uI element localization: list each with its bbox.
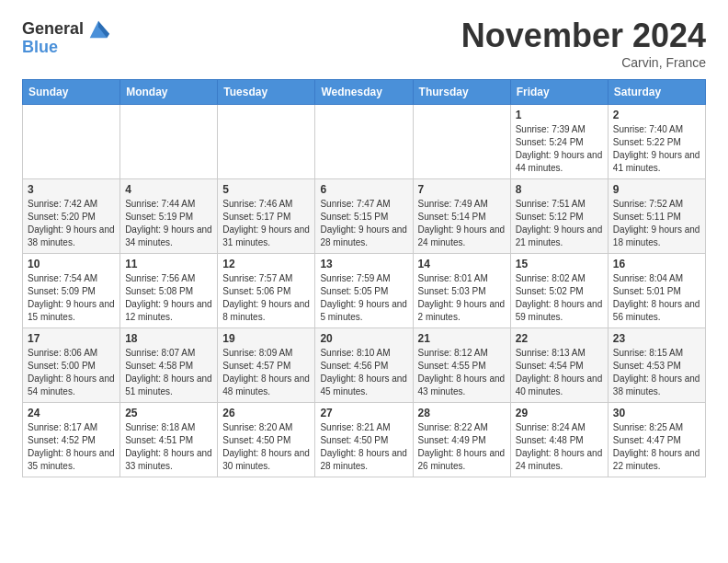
day-header-friday: Friday — [510, 80, 608, 105]
day-number: 26 — [222, 407, 310, 419]
day-header-monday: Monday — [120, 80, 218, 105]
calendar-cell: 17Sunrise: 8:06 AM Sunset: 5:00 PM Dayli… — [23, 328, 120, 403]
title-section: November 2024 Carvin, France — [461, 17, 706, 70]
day-info: Sunrise: 8:02 AM Sunset: 5:02 PM Dayligh… — [516, 272, 603, 324]
day-number: 28 — [418, 407, 506, 419]
day-number: 2 — [613, 109, 700, 121]
location: Carvin, France — [461, 55, 706, 70]
day-info: Sunrise: 7:56 AM Sunset: 5:08 PM Dayligh… — [125, 272, 212, 324]
day-number: 10 — [28, 258, 115, 270]
calendar-cell: 18Sunrise: 8:07 AM Sunset: 4:58 PM Dayli… — [120, 328, 218, 403]
week-row-0: 1Sunrise: 7:39 AM Sunset: 5:24 PM Daylig… — [23, 105, 706, 179]
calendar-cell: 30Sunrise: 8:25 AM Sunset: 4:47 PM Dayli… — [608, 403, 705, 477]
logo-text: General — [22, 20, 84, 39]
calendar-cell — [218, 105, 315, 179]
calendar-cell: 9Sunrise: 7:52 AM Sunset: 5:11 PM Daylig… — [608, 179, 705, 254]
day-number: 5 — [222, 183, 310, 196]
calendar-cell: 8Sunrise: 7:51 AM Sunset: 5:12 PM Daylig… — [510, 179, 608, 254]
day-number: 1 — [516, 109, 603, 121]
logo-icon — [85, 17, 111, 42]
day-header-saturday: Saturday — [608, 80, 705, 105]
day-info: Sunrise: 7:39 AM Sunset: 5:24 PM Dayligh… — [516, 123, 603, 175]
day-number: 19 — [222, 332, 310, 345]
day-info: Sunrise: 8:07 AM Sunset: 4:58 PM Dayligh… — [125, 347, 212, 398]
calendar-cell — [413, 105, 510, 179]
calendar-cell: 29Sunrise: 8:24 AM Sunset: 4:48 PM Dayli… — [510, 403, 608, 477]
calendar-header-row: SundayMondayTuesdayWednesdayThursdayFrid… — [23, 80, 706, 105]
day-info: Sunrise: 8:20 AM Sunset: 4:50 PM Dayligh… — [222, 421, 310, 473]
calendar-cell — [23, 105, 120, 179]
day-number: 7 — [418, 183, 506, 196]
day-number: 18 — [125, 332, 212, 345]
day-number: 23 — [613, 332, 700, 345]
day-info: Sunrise: 7:57 AM Sunset: 5:06 PM Dayligh… — [222, 272, 310, 324]
week-row-3: 17Sunrise: 8:06 AM Sunset: 5:00 PM Dayli… — [23, 328, 706, 403]
week-row-1: 3Sunrise: 7:42 AM Sunset: 5:20 PM Daylig… — [23, 179, 706, 254]
day-info: Sunrise: 8:25 AM Sunset: 4:47 PM Dayligh… — [613, 421, 700, 473]
week-row-4: 24Sunrise: 8:17 AM Sunset: 4:52 PM Dayli… — [23, 403, 706, 477]
day-number: 9 — [613, 183, 700, 196]
day-number: 30 — [613, 407, 700, 419]
day-number: 21 — [418, 332, 506, 345]
day-info: Sunrise: 8:01 AM Sunset: 5:03 PM Dayligh… — [418, 272, 506, 324]
day-number: 25 — [125, 407, 212, 419]
day-info: Sunrise: 7:51 AM Sunset: 5:12 PM Dayligh… — [516, 198, 603, 249]
day-header-tuesday: Tuesday — [218, 80, 315, 105]
calendar-cell: 13Sunrise: 7:59 AM Sunset: 5:05 PM Dayli… — [315, 254, 413, 328]
day-info: Sunrise: 8:13 AM Sunset: 4:54 PM Dayligh… — [516, 347, 603, 398]
calendar-cell: 4Sunrise: 7:44 AM Sunset: 5:19 PM Daylig… — [120, 179, 218, 254]
day-number: 27 — [320, 407, 407, 419]
calendar-cell: 28Sunrise: 8:22 AM Sunset: 4:49 PM Dayli… — [413, 403, 510, 477]
day-info: Sunrise: 8:18 AM Sunset: 4:51 PM Dayligh… — [125, 421, 212, 473]
calendar-cell — [120, 105, 218, 179]
calendar-cell: 2Sunrise: 7:40 AM Sunset: 5:22 PM Daylig… — [608, 105, 705, 179]
day-info: Sunrise: 7:42 AM Sunset: 5:20 PM Dayligh… — [28, 198, 115, 249]
day-info: Sunrise: 8:12 AM Sunset: 4:55 PM Dayligh… — [418, 347, 506, 398]
day-number: 14 — [418, 258, 506, 270]
day-info: Sunrise: 7:40 AM Sunset: 5:22 PM Dayligh… — [613, 123, 700, 175]
logo-text-blue: Blue — [22, 39, 58, 57]
day-info: Sunrise: 7:44 AM Sunset: 5:19 PM Dayligh… — [125, 198, 212, 249]
day-info: Sunrise: 8:09 AM Sunset: 4:57 PM Dayligh… — [222, 347, 310, 398]
calendar-cell: 3Sunrise: 7:42 AM Sunset: 5:20 PM Daylig… — [23, 179, 120, 254]
day-info: Sunrise: 8:04 AM Sunset: 5:01 PM Dayligh… — [613, 272, 700, 324]
day-number: 15 — [516, 258, 603, 270]
day-header-wednesday: Wednesday — [315, 80, 413, 105]
day-number: 24 — [28, 407, 115, 419]
day-number: 17 — [28, 332, 115, 345]
calendar-cell — [315, 105, 413, 179]
day-info: Sunrise: 7:59 AM Sunset: 5:05 PM Dayligh… — [320, 272, 407, 324]
calendar-cell: 20Sunrise: 8:10 AM Sunset: 4:56 PM Dayli… — [315, 328, 413, 403]
day-info: Sunrise: 8:21 AM Sunset: 4:50 PM Dayligh… — [320, 421, 407, 473]
day-info: Sunrise: 7:49 AM Sunset: 5:14 PM Dayligh… — [418, 198, 506, 249]
calendar-cell: 21Sunrise: 8:12 AM Sunset: 4:55 PM Dayli… — [413, 328, 510, 403]
day-number: 16 — [613, 258, 700, 270]
day-info: Sunrise: 8:17 AM Sunset: 4:52 PM Dayligh… — [28, 421, 115, 473]
day-header-thursday: Thursday — [413, 80, 510, 105]
calendar-cell: 24Sunrise: 8:17 AM Sunset: 4:52 PM Dayli… — [23, 403, 120, 477]
calendar-cell: 25Sunrise: 8:18 AM Sunset: 4:51 PM Dayli… — [120, 403, 218, 477]
month-title: November 2024 — [461, 17, 706, 55]
day-info: Sunrise: 8:06 AM Sunset: 5:00 PM Dayligh… — [28, 347, 115, 398]
calendar-cell: 23Sunrise: 8:15 AM Sunset: 4:53 PM Dayli… — [608, 328, 705, 403]
day-info: Sunrise: 8:10 AM Sunset: 4:56 PM Dayligh… — [320, 347, 407, 398]
calendar-cell: 14Sunrise: 8:01 AM Sunset: 5:03 PM Dayli… — [413, 254, 510, 328]
calendar-cell: 26Sunrise: 8:20 AM Sunset: 4:50 PM Dayli… — [218, 403, 315, 477]
day-info: Sunrise: 8:24 AM Sunset: 4:48 PM Dayligh… — [516, 421, 603, 473]
day-number: 6 — [320, 183, 407, 196]
calendar-cell: 27Sunrise: 8:21 AM Sunset: 4:50 PM Dayli… — [315, 403, 413, 477]
day-number: 4 — [125, 183, 212, 196]
calendar-cell: 1Sunrise: 7:39 AM Sunset: 5:24 PM Daylig… — [510, 105, 608, 179]
day-number: 11 — [125, 258, 212, 270]
calendar-cell: 5Sunrise: 7:46 AM Sunset: 5:17 PM Daylig… — [218, 179, 315, 254]
header: General Blue November 2024 Carvin, Franc… — [0, 0, 728, 79]
day-info: Sunrise: 8:22 AM Sunset: 4:49 PM Dayligh… — [418, 421, 506, 473]
day-header-sunday: Sunday — [23, 80, 120, 105]
logo: General Blue — [22, 17, 111, 57]
calendar-cell: 22Sunrise: 8:13 AM Sunset: 4:54 PM Dayli… — [510, 328, 608, 403]
day-number: 3 — [28, 183, 115, 196]
calendar-cell: 15Sunrise: 8:02 AM Sunset: 5:02 PM Dayli… — [510, 254, 608, 328]
day-info: Sunrise: 8:15 AM Sunset: 4:53 PM Dayligh… — [613, 347, 700, 398]
calendar-table: SundayMondayTuesdayWednesdayThursdayFrid… — [22, 79, 706, 477]
day-number: 22 — [516, 332, 603, 345]
